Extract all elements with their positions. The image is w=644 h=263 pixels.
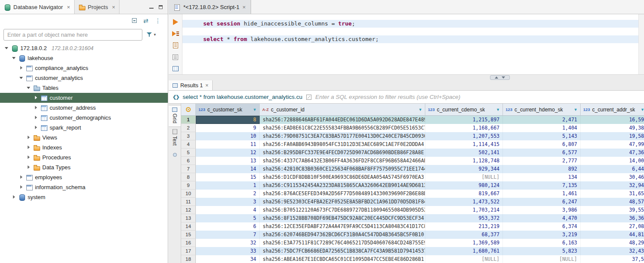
row-number[interactable]: 11 [181,198,196,206]
table-cell[interactable]: 37,5 [581,255,644,263]
filter-dropdown-icon[interactable]: ▼ [417,108,422,112]
chevron-expanded-icon[interactable] [4,46,9,51]
column-header-c_current_hdemo_sk[interactable]: 123c_current_hdemo_sk▼ [503,104,581,115]
table-cell[interactable]: 819,667 [425,190,503,198]
table-cell[interactable]: 32 [196,239,260,247]
chevron-collapsed-icon[interactable] [26,155,31,160]
chevron-collapsed-icon[interactable] [34,105,38,110]
row-number[interactable]: 14 [181,222,196,231]
tree-item-system[interactable]: system [0,192,168,202]
sash-scroll-handle[interactable] [490,75,510,80]
chevron-collapsed-icon[interactable] [26,135,31,140]
table-cell[interactable]: 1,128,748 [425,157,503,165]
table-cell[interactable]: 5 [196,214,260,222]
table-cell[interactable]: sha256:876ACE5EFED349A2D56F77D5084891433… [260,190,425,198]
table-cell[interactable]: 2 [196,190,260,198]
row-number[interactable]: 17 [181,247,196,255]
table-cell[interactable]: 4,470 [503,214,581,222]
table-cell[interactable]: 48,29 [581,239,644,247]
table-cell[interactable]: 27,08 [581,222,644,231]
row-number[interactable]: 10 [181,190,196,198]
close-icon[interactable]: × [205,82,208,89]
execute-script-button[interactable] [171,30,180,38]
table-cell[interactable]: 2,777 [503,157,581,165]
table-cell[interactable]: sha256:EAD8E61C8C22E555834FBBA9B60556CB2… [260,124,425,132]
table-cell[interactable]: 49,38 [581,124,644,132]
table-cell[interactable]: 12 [196,149,260,157]
table-cell[interactable]: 1,703,214 [425,206,503,214]
tree-item-employees[interactable]: employees [0,172,168,182]
table-cell[interactable]: sha256:8F1528BB708DF69EB475DC92A8C20EC44… [260,214,425,222]
expand-icon[interactable] [306,95,311,100]
filter-dropdown-icon[interactable]: ▼ [494,108,500,112]
tree-item-information_schema[interactable]: information_schema [0,182,168,192]
tree-item-customer_demographics[interactable]: customer_demographics [0,113,168,123]
close-icon[interactable]: × [112,4,115,10]
row-number[interactable]: 8 [181,173,196,181]
table-cell[interactable]: 15 [196,173,260,181]
output-grid-button[interactable] [171,65,180,73]
row-number[interactable]: 7 [181,165,196,173]
tree-item-172-18-0-2[interactable]: 172.18.0.2172.18.0.2:31604 [0,43,168,53]
tree-item-customer[interactable]: customer [0,93,168,103]
tree-item-procedures[interactable]: Procedures [0,152,168,162]
row-number[interactable]: 2 [181,124,196,132]
scroll-up-icon[interactable] [495,76,498,79]
table-cell[interactable]: 14,00 [581,157,644,165]
table-cell[interactable]: sha256:42810C83B0360CE125634F068BAF8FF75… [260,165,425,173]
row-number[interactable]: 1 [181,116,196,124]
editor-results-sash[interactable] [169,74,644,80]
sql-editor-content[interactable]: set session hide_inaccessible_columns = … [182,14,638,74]
results-tab[interactable]: Results 1 × [169,80,213,90]
side-tab-text[interactable]: Text [169,127,181,149]
filter-dropdown-icon[interactable]: ▼ [639,108,644,112]
chevron-collapsed-icon[interactable] [19,66,24,70]
table-cell[interactable]: 14 [196,165,260,173]
table-cell[interactable]: 5,143 [503,132,581,140]
chevron-collapsed-icon[interactable] [34,115,38,120]
table-cell[interactable]: 8 [196,116,260,124]
table-cell[interactable]: 980,124 [425,181,503,190]
tree-item-tables[interactable]: Tables [0,83,168,93]
collapse-all-icon[interactable] [132,18,137,24]
table-cell[interactable]: 31,65 [581,190,644,198]
filter-dropdown-icon[interactable]: ▼ [251,108,257,112]
side-tab-grid[interactable]: Grid [169,105,181,127]
table-cell[interactable]: 1,207,553 [425,132,503,140]
table-cell[interactable]: 6,374 [503,222,581,231]
row-number[interactable]: 4 [181,140,196,149]
row-number[interactable]: 3 [181,132,196,140]
table-cell[interactable]: 2,471 [503,116,581,124]
column-header-c_customer_sk[interactable]: 123c_customer_sk▼ [196,104,260,115]
row-number[interactable]: 16 [181,239,196,247]
chevron-expanded-icon[interactable] [19,76,24,80]
table-cell[interactable]: 5,823 [503,247,581,255]
table-cell[interactable]: 47,36 [581,149,644,157]
minimize-icon[interactable] [149,5,154,9]
table-cell[interactable]: sha256:4337C7AB6432E3B06FF4A3636FD2F8CC8… [260,157,425,165]
table-cell[interactable]: 1,114,415 [425,140,503,149]
chevron-collapsed-icon[interactable] [26,145,31,150]
table-cell[interactable]: 1,215,897 [425,116,503,124]
table-cell[interactable]: 929,344 [425,165,503,173]
table-cell[interactable]: sha256:D1CDF8DBB10F500EA9693C86DE6DEAA05… [260,173,425,181]
table-cell[interactable]: 6,44 [581,165,644,173]
chevron-collapsed-icon[interactable] [12,195,16,200]
table-cell[interactable]: 6 [196,222,260,231]
table-cell[interactable]: sha256:75DC7FCB6686EDA72565C1B838CA7FC43… [260,247,425,255]
navigator-tab-database-navigator[interactable]: Database Navigator× [0,0,75,14]
table-cell[interactable]: 10 [196,132,260,140]
table-cell[interactable]: sha256:ABEA16E7E1ECBDCA65C01CE1095D847CC… [260,255,425,263]
table-cell[interactable]: 892 [503,165,581,173]
table-cell[interactable]: 32,43 [581,247,644,255]
table-cell[interactable]: 13 [196,157,260,165]
table-cell[interactable]: 502,141 [425,149,503,157]
table-cell[interactable]: 7,135 [503,181,581,190]
chevron-collapsed-icon[interactable] [19,175,24,180]
table-cell[interactable]: sha256:79D08751C3EA7C83BA57D177E00413D0C… [260,132,425,140]
table-cell[interactable]: 44,81 [581,231,644,239]
table-cell[interactable]: 34 [196,255,260,263]
view-menu-icon[interactable]: ⋮ [155,18,161,24]
table-cell[interactable]: sha256:E3A77511F81C7289C76C4065217D5D406… [260,239,425,247]
filter-dropdown-icon[interactable]: ▼ [572,108,578,112]
